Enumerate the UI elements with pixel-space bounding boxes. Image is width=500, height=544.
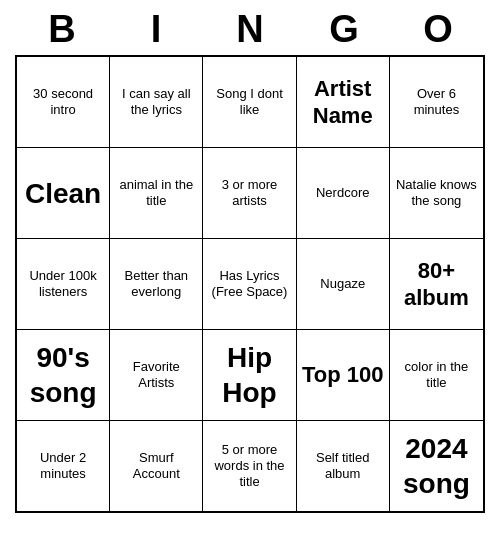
bingo-letter: G <box>301 8 387 51</box>
bingo-cell-r4-c4: 2024 song <box>390 421 483 511</box>
bingo-row: 30 second introI can say all the lyricsS… <box>17 57 483 148</box>
bingo-cell-r4-c0: Under 2 minutes <box>17 421 110 511</box>
bingo-grid: 30 second introI can say all the lyricsS… <box>15 55 485 513</box>
bingo-cell-r0-c1: I can say all the lyrics <box>110 57 203 147</box>
bingo-cell-r2-c4: 80+ album <box>390 239 483 329</box>
bingo-cell-r1-c0: Clean <box>17 148 110 238</box>
bingo-cell-r2-c3: Nugaze <box>297 239 390 329</box>
bingo-cell-r2-c0: Under 100k listeners <box>17 239 110 329</box>
bingo-cell-r2-c2: Has Lyrics (Free Space) <box>203 239 296 329</box>
bingo-cell-r0-c2: Song I dont like <box>203 57 296 147</box>
bingo-cell-r0-c4: Over 6 minutes <box>390 57 483 147</box>
bingo-letter: I <box>113 8 199 51</box>
bingo-cell-r2-c1: Better than everlong <box>110 239 203 329</box>
bingo-cell-r3-c0: 90's song <box>17 330 110 420</box>
bingo-row: 90's songFavorite ArtistsHip HopTop 100c… <box>17 330 483 421</box>
bingo-letter: B <box>19 8 105 51</box>
bingo-cell-r1-c3: Nerdcore <box>297 148 390 238</box>
bingo-cell-r3-c2: Hip Hop <box>203 330 296 420</box>
bingo-letter: O <box>395 8 481 51</box>
bingo-row: Under 2 minutesSmurf Account5 or more wo… <box>17 421 483 511</box>
bingo-cell-r1-c2: 3 or more artists <box>203 148 296 238</box>
bingo-header: BINGO <box>15 0 485 55</box>
bingo-cell-r3-c3: Top 100 <box>297 330 390 420</box>
bingo-cell-r4-c2: 5 or more words in the title <box>203 421 296 511</box>
bingo-row: Under 100k listenersBetter than everlong… <box>17 239 483 330</box>
bingo-cell-r0-c3: Artist Name <box>297 57 390 147</box>
bingo-cell-r4-c3: Self titled album <box>297 421 390 511</box>
bingo-cell-r0-c0: 30 second intro <box>17 57 110 147</box>
bingo-row: Cleananimal in the title3 or more artist… <box>17 148 483 239</box>
bingo-letter: N <box>207 8 293 51</box>
bingo-cell-r1-c4: Natalie knows the song <box>390 148 483 238</box>
bingo-cell-r4-c1: Smurf Account <box>110 421 203 511</box>
bingo-cell-r1-c1: animal in the title <box>110 148 203 238</box>
bingo-cell-r3-c4: color in the title <box>390 330 483 420</box>
bingo-cell-r3-c1: Favorite Artists <box>110 330 203 420</box>
